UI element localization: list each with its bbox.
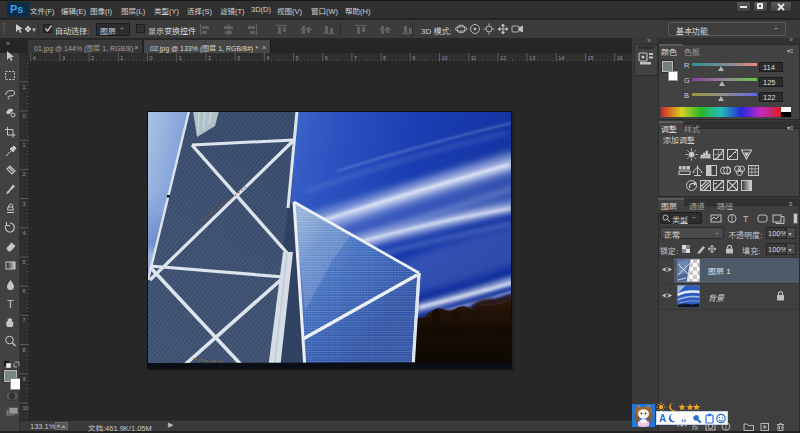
svg-text:9: 9 [23, 376, 26, 382]
svg-text:2: 2 [91, 55, 94, 61]
svg-text:7: 7 [354, 55, 357, 61]
svg-text:3: 3 [62, 55, 65, 61]
svg-text:0: 0 [150, 55, 153, 61]
svg-text:T: T [743, 214, 749, 224]
svg-text:2: 2 [23, 171, 26, 177]
svg-text:6: 6 [23, 288, 26, 294]
svg-text:11: 11 [471, 55, 477, 61]
svg-text:1: 1 [23, 142, 26, 148]
svg-text:16: 16 [617, 55, 623, 61]
svg-text:0: 0 [23, 113, 26, 119]
svg-text:3: 3 [23, 201, 26, 207]
svg-text:3: 3 [237, 55, 240, 61]
svg-text:5: 5 [23, 259, 26, 265]
svg-text:4: 4 [23, 230, 26, 236]
svg-text:2: 2 [208, 55, 211, 61]
svg-text:,,: ,, [681, 413, 686, 423]
svg-text:4: 4 [266, 55, 269, 61]
svg-text:14: 14 [558, 55, 564, 61]
svg-text:12: 12 [500, 55, 506, 61]
svg-text:7: 7 [23, 317, 26, 323]
svg-text:8: 8 [383, 55, 386, 61]
svg-text:4: 4 [33, 55, 36, 61]
svg-text:10: 10 [442, 55, 448, 61]
svg-text:8: 8 [23, 347, 26, 353]
svg-text:13: 13 [529, 55, 535, 61]
svg-text:A: A [659, 413, 666, 424]
svg-text:15: 15 [588, 55, 594, 61]
svg-text:1: 1 [23, 84, 26, 90]
svg-text:5: 5 [296, 55, 299, 61]
svg-text:1: 1 [179, 55, 182, 61]
svg-text:T: T [7, 298, 14, 310]
svg-text:1: 1 [120, 55, 123, 61]
svg-text:9: 9 [412, 55, 415, 61]
svg-text:6: 6 [325, 55, 328, 61]
